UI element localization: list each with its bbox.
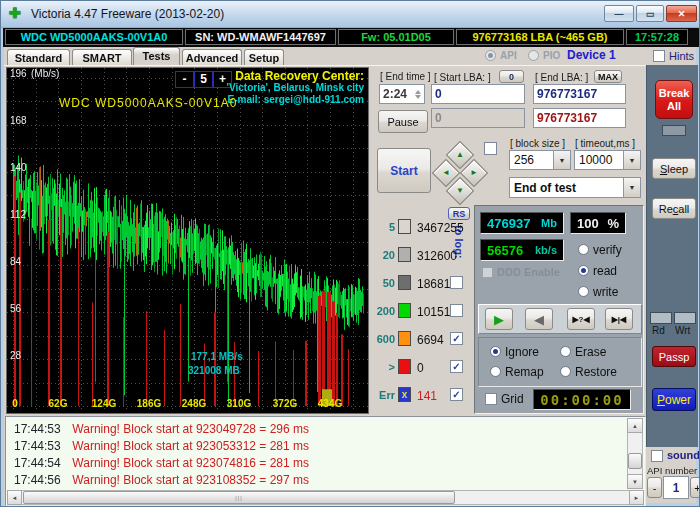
x-tick: 372G: [273, 398, 297, 409]
right-arrow-icon: ►: [470, 169, 478, 177]
sleep-button[interactable]: Sleep: [652, 158, 696, 179]
grid-checkbox[interactable]: [485, 393, 497, 405]
end-time-field[interactable]: 2:24: [379, 84, 425, 104]
ddd-enable-label: DDD Enable: [497, 266, 560, 278]
title-bar[interactable]: ✚ Victoria 4.47 Freeware (2013-02-20) — …: [1, 1, 700, 28]
log-message: Warning! Block start at 923074816 = 281 …: [72, 456, 309, 470]
hints-checkbox[interactable]: [653, 50, 665, 62]
recall-button[interactable]: Recall: [652, 198, 696, 219]
end-time-spinner[interactable]: [415, 87, 421, 102]
x-tick: 248G: [182, 398, 206, 409]
sound-checkbox[interactable]: [651, 450, 663, 462]
scroll-left-icon[interactable]: ◄: [7, 490, 22, 505]
verify-radio[interactable]: [578, 244, 589, 255]
start-lba-zero-button[interactable]: 0: [499, 70, 524, 83]
break-all-button[interactable]: Break All: [655, 80, 693, 119]
left-arrow-icon: ◄: [442, 169, 450, 177]
write-activity-led: [674, 312, 696, 324]
api-number-value[interactable]: 1: [663, 476, 689, 499]
erase-radio[interactable]: [560, 346, 571, 357]
latency-bin-label: 5: [355, 221, 395, 233]
tab-standard[interactable]: Standard: [7, 49, 70, 65]
start-lba-label: [ Start LBA: ]: [434, 72, 491, 83]
position-mb-unit: Mb: [541, 217, 557, 229]
tab-smart[interactable]: SMART: [72, 49, 132, 65]
log-50ms-checkbox[interactable]: [450, 276, 463, 289]
tab-advanced[interactable]: Advanced: [182, 49, 242, 65]
seek-button[interactable]: ▶?◀: [567, 308, 595, 330]
zoom-out-button[interactable]: -: [175, 71, 194, 88]
hscroll-thumb[interactable]: |||: [23, 491, 455, 504]
pause-button[interactable]: Pause: [378, 110, 428, 133]
write-radio[interactable]: [578, 286, 589, 297]
log-200ms-checkbox[interactable]: [450, 304, 463, 317]
x-tick: 0: [12, 398, 18, 409]
latency-swatch: [398, 303, 411, 318]
banner-title: Data Recovery Center:: [227, 70, 364, 82]
ignore-radio[interactable]: [490, 346, 501, 357]
remap-radio[interactable]: [490, 366, 501, 377]
current-speed-readout: 177,1 MB/s: [191, 351, 243, 362]
log-timeout-checkbox[interactable]: [450, 360, 463, 373]
device-selector[interactable]: Device 1: [567, 48, 616, 62]
api-number-increment[interactable]: +: [690, 477, 700, 498]
pio-radio[interactable]: [528, 50, 539, 61]
start-lba-input[interactable]: 0: [431, 84, 525, 104]
verify-label: verify: [593, 243, 622, 257]
close-button[interactable]: ✕: [666, 5, 697, 22]
write-label: write: [593, 285, 618, 299]
log-time: 17:44:54: [14, 456, 69, 470]
error-count: 141: [417, 389, 437, 403]
timeout-select[interactable]: 10000 ▼: [574, 150, 641, 170]
tab-setup[interactable]: Setup: [244, 49, 284, 65]
play-button[interactable]: ▶: [485, 308, 513, 330]
hints-label: Hints: [669, 50, 694, 62]
minimize-button[interactable]: —: [604, 5, 634, 22]
ddd-enable-checkbox[interactable]: [482, 267, 493, 278]
maximize-button[interactable]: ▭: [636, 5, 664, 22]
api-number-label: API number: [647, 465, 697, 476]
start-button[interactable]: Start: [377, 148, 431, 193]
api-number-decrement[interactable]: -: [647, 477, 662, 498]
block-size-select[interactable]: 256 ▼: [509, 150, 571, 170]
power-button[interactable]: Power: [652, 388, 696, 411]
zoom-level: 5: [194, 71, 213, 88]
end-lba-max-button[interactable]: MAX: [594, 70, 622, 83]
scroll-down-icon[interactable]: ▼: [627, 474, 643, 489]
y-tick: 140: [10, 163, 27, 173]
log-line: 17:44:53 Warning! Block start at 9230497…: [14, 422, 309, 436]
option-checkbox[interactable]: [484, 142, 497, 155]
side-button-panel: Break All Sleep Recall Rd Wrt Passp Powe…: [646, 65, 698, 447]
y-tick: 28: [10, 351, 21, 361]
down-arrow-icon: ▼: [456, 187, 464, 195]
restore-radio[interactable]: [560, 366, 571, 377]
scroll-right-icon[interactable]: ►: [629, 490, 644, 505]
log-errors-checkbox[interactable]: [450, 388, 463, 401]
chevron-down-icon[interactable]: ▼: [623, 178, 640, 197]
read-radio[interactable]: [578, 265, 589, 276]
sleep-label: Sleep: [660, 163, 688, 175]
end-lba-label: [ End LBA: ]: [535, 72, 588, 83]
vscroll-thumb[interactable]: [628, 453, 642, 469]
log-600ms-checkbox[interactable]: [450, 332, 463, 345]
step-button[interactable]: ▶|◀: [605, 308, 633, 330]
passp-button[interactable]: Passp: [652, 346, 696, 367]
chevron-down-icon[interactable]: ▼: [553, 151, 570, 169]
position-display: 476937 Mb: [480, 212, 564, 234]
back-icon: ◀: [534, 312, 544, 327]
speed-display: 56576 kb/s: [480, 239, 564, 261]
end-action-select[interactable]: End of test ▼: [509, 177, 641, 198]
rs-button[interactable]: RS: [448, 207, 470, 220]
end-lba-input[interactable]: 976773167: [533, 84, 626, 104]
percent-unit: %: [607, 216, 619, 231]
latency-count: 18681: [417, 277, 450, 291]
back-button[interactable]: ◀: [525, 308, 553, 330]
timeout-value: 10000: [575, 151, 623, 169]
percent-value: 100: [577, 216, 599, 231]
tab-tests[interactable]: Tests: [133, 47, 180, 65]
scroll-up-icon[interactable]: ▲: [627, 418, 643, 433]
latency-count: 10151: [417, 305, 450, 319]
chevron-down-icon[interactable]: ▼: [623, 151, 640, 169]
grip-icon: |||: [235, 495, 243, 501]
api-radio[interactable]: [485, 50, 496, 61]
